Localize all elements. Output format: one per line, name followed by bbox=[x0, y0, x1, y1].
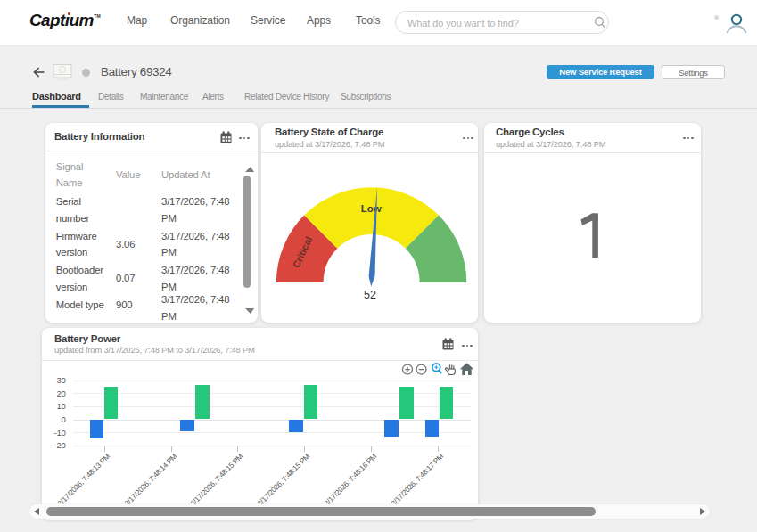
svg-text:52: 52 bbox=[364, 289, 376, 301]
svg-text:Low: Low bbox=[361, 203, 382, 214]
